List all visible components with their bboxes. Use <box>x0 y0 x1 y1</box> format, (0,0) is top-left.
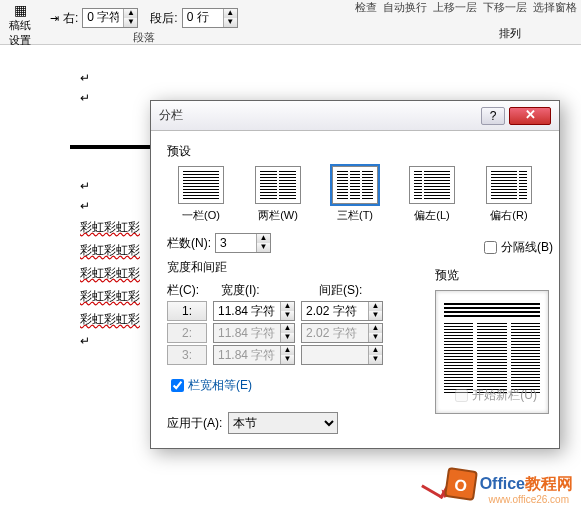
col3-spacing-input: ▲▼ <box>301 345 383 365</box>
col1-spacing-input[interactable]: ▲▼ <box>301 301 383 321</box>
col-index: 3: <box>167 345 207 365</box>
start-new-label: 开始新栏(U) <box>472 387 537 404</box>
dialog-title: 分栏 <box>159 107 481 124</box>
divider-checkbox-input[interactable] <box>484 241 497 254</box>
arrow-down-icon[interactable]: ▼ <box>281 311 294 320</box>
columns-dialog: 分栏 ? ✕ 预设 一栏(O) 两栏(W) 三栏(T) 偏左(L) <box>150 100 560 449</box>
col-header: 栏(C): <box>167 282 215 299</box>
col-index: 2: <box>167 323 207 343</box>
ribbon-gaozhi-button[interactable]: ▦ 稿纸 设置 稿纸 <box>0 0 40 44</box>
text-line: 彩虹彩虹彩 <box>80 243 140 257</box>
text-line: 彩虹彩虹彩 <box>80 289 140 303</box>
menu-selection-pane[interactable]: 选择窗格 <box>533 0 577 15</box>
office-badge-icon: O <box>444 467 478 501</box>
preset-three[interactable]: 三栏(T) <box>327 166 383 223</box>
col-index[interactable]: 1: <box>167 301 207 321</box>
presets-label: 预设 <box>167 143 543 160</box>
paragraph-group-label: 段落 <box>50 30 238 45</box>
arrange-group-label: 排列 <box>499 26 521 41</box>
arrow-down-icon[interactable]: ▼ <box>124 18 137 27</box>
arrow-down-icon[interactable]: ▼ <box>369 311 382 320</box>
preset-two-label: 两栏(W) <box>258 209 298 221</box>
equal-width-label: 栏宽相等(E) <box>188 377 252 394</box>
width-header: 宽度(I): <box>221 282 313 299</box>
preset-left-label: 偏左(L) <box>414 209 449 221</box>
close-button[interactable]: ✕ <box>509 107 551 125</box>
menu-send-backward[interactable]: 下移一层 <box>483 0 527 15</box>
preset-one-label: 一栏(O) <box>182 209 220 221</box>
menu-wrap[interactable]: 自动换行 <box>383 0 427 15</box>
col1-width-input[interactable]: ▲▼ <box>213 301 295 321</box>
indent-right-label: 右: <box>63 10 78 27</box>
text-line: 彩虹彩虹彩 <box>80 220 140 234</box>
columns-count-input[interactable]: ▲▼ <box>215 233 271 253</box>
watermark-brand1: Office <box>480 475 525 492</box>
preview-label: 预览 <box>435 267 549 284</box>
apply-to-select[interactable]: 本节 <box>228 412 338 434</box>
dialog-body: 预设 一栏(O) 两栏(W) 三栏(T) 偏左(L) 偏右(R) <box>151 131 559 448</box>
gaozhi-label: 稿纸 设置 <box>2 18 38 48</box>
preset-left[interactable]: 偏左(L) <box>404 166 460 223</box>
arrow-down-icon: ▼ <box>281 333 294 342</box>
arrow-down-icon: ▼ <box>369 355 382 364</box>
indent-icon: ⇥ <box>50 12 59 25</box>
col2-spacing-input: ▲▼ <box>301 323 383 343</box>
menu-bring-forward[interactable]: 上移一层 <box>433 0 477 15</box>
apply-to-label: 应用于(A): <box>167 415 222 432</box>
gaozhi-icon: ▦ <box>2 2 38 18</box>
presets-row: 一栏(O) 两栏(W) 三栏(T) 偏左(L) 偏右(R) <box>173 166 537 223</box>
arrow-down-icon: ▼ <box>281 355 294 364</box>
arrow-down-icon: ▼ <box>369 333 382 342</box>
divider-line-checkbox[interactable]: 分隔线(B) <box>484 239 553 256</box>
arrow-down-icon[interactable]: ▼ <box>257 243 270 252</box>
col2-width-input: ▲▼ <box>213 323 295 343</box>
ribbon-arrange-menu: 检查 自动换行 上移一层 下移一层 选择窗格 <box>355 0 577 15</box>
preset-two[interactable]: 两栏(W) <box>250 166 306 223</box>
text-line: 彩虹彩虹彩 <box>80 266 140 280</box>
preset-three-label: 三栏(T) <box>337 209 373 221</box>
columns-count-label: 栏数(N): <box>167 235 211 252</box>
equal-width-input[interactable] <box>171 379 184 392</box>
watermark-url: www.office26.com <box>489 494 569 505</box>
text-line: 彩虹彩虹彩 <box>80 312 140 326</box>
spacing-after-input[interactable]: ▲▼ <box>182 8 238 28</box>
arrow-down-icon[interactable]: ▼ <box>224 18 237 27</box>
ribbon: ▦ 稿纸 设置 稿纸 ⇥ 右: ▲▼ 段后: ▲▼ 段落 检查 自动换行 上移一… <box>0 0 581 45</box>
indent-right-input[interactable]: ▲▼ <box>82 8 138 28</box>
start-new-column-checkbox: 开始新栏(U) <box>455 387 537 404</box>
spacing-header: 间距(S): <box>319 282 411 299</box>
ribbon-paragraph-group: ⇥ 右: ▲▼ 段后: ▲▼ 段落 <box>40 0 248 44</box>
equal-width-checkbox[interactable]: 栏宽相等(E) <box>171 377 252 394</box>
preset-one[interactable]: 一栏(O) <box>173 166 229 223</box>
spacing-after-label: 段后: <box>150 10 177 27</box>
divider-label: 分隔线(B) <box>501 239 553 256</box>
menu-check[interactable]: 检查 <box>355 0 377 15</box>
help-button[interactable]: ? <box>481 107 505 125</box>
preset-right[interactable]: 偏右(R) <box>481 166 537 223</box>
start-new-input <box>455 389 468 402</box>
dialog-titlebar[interactable]: 分栏 ? ✕ <box>151 101 559 131</box>
preset-right-label: 偏右(R) <box>490 209 527 221</box>
col3-width-input: ▲▼ <box>213 345 295 365</box>
watermark-brand2: 教程网 <box>525 475 573 492</box>
